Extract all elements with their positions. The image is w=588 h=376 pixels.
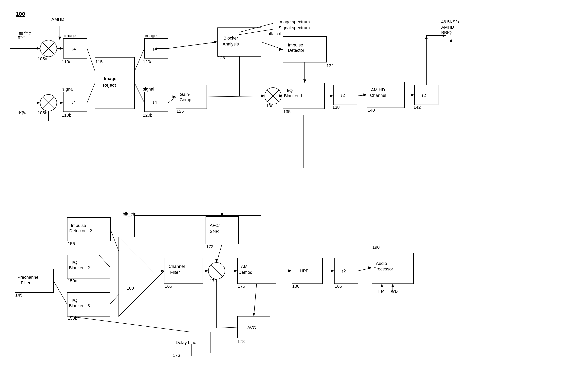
ref-150b: 150b: [68, 316, 77, 321]
svg-marker-83: [391, 284, 394, 287]
imp-det2-label1: Impulse: [71, 223, 86, 228]
svg-line-52: [110, 294, 119, 304]
svg-marker-47: [425, 36, 428, 39]
ds-110a-label: ↓4: [71, 46, 76, 52]
svg-line-23: [135, 83, 144, 103]
circuit-diagram: 100 AMHD e⁻*ⁱʷᴝ e 105a e⁻ʲʷᵗ 105b eˆjwt…: [0, 0, 588, 376]
bbiq-label3: BBIQ: [441, 30, 452, 35]
am-demod-label2: Demod: [238, 270, 252, 275]
am-hd-label2: Channel: [370, 93, 386, 98]
iq-blanker1-label2: Blanker-1: [284, 93, 302, 98]
svg-marker-65: [331, 270, 334, 272]
ref-170: 170: [210, 278, 217, 283]
merge-160: [119, 237, 158, 316]
exp-label-top: e⁻ʲʷᵗ: [18, 35, 27, 40]
image-label-120a: image: [145, 33, 157, 38]
svg-line-21: [87, 83, 95, 103]
image-spectrum-label: → Image spectrum: [273, 19, 310, 24]
svg-marker-55: [161, 270, 164, 272]
ref-180: 180: [292, 284, 299, 289]
imp-det-label1: Impulse: [288, 42, 303, 47]
ref-135: 135: [283, 109, 291, 114]
ds-142-label: ↓2: [421, 93, 426, 98]
ref-160: 160: [127, 286, 134, 291]
ref-175: 175: [238, 284, 245, 289]
ref-190: 190: [372, 245, 380, 250]
ref-128: 128: [218, 55, 225, 60]
delay-line-label: Delay Line: [176, 340, 196, 345]
ref-132: 132: [326, 63, 334, 68]
us-185-label: ↑2: [341, 269, 346, 273]
audio-proc-label1: Audio: [376, 261, 387, 266]
am-hd-label1: AM HD: [371, 87, 385, 92]
diagram-title: 100: [16, 11, 25, 17]
ref-140: 140: [368, 108, 375, 113]
ref-110a: 110a: [62, 59, 72, 64]
ref-115: 115: [95, 59, 103, 64]
gain-comp-label2: Comp: [180, 97, 191, 102]
svg-marker-41: [330, 94, 333, 97]
ref-120a: 120a: [143, 59, 153, 64]
ref-120b: 120b: [143, 113, 152, 118]
am-demod-label1: AM: [241, 264, 247, 269]
afc-snr-label1: AFC/: [210, 223, 220, 228]
blocker-label2: Analysis: [223, 42, 239, 46]
svg-marker-27: [172, 95, 176, 98]
image-reject-label2: Reject: [103, 83, 116, 88]
ref-155: 155: [68, 241, 75, 246]
svg-marker-81: [380, 284, 383, 287]
amhd-label: AMHD: [52, 17, 64, 22]
ref-176: 176: [173, 353, 180, 358]
image-reject-label1: Image: [104, 76, 117, 81]
ref-172: 172: [206, 244, 214, 249]
svg-line-96: [168, 42, 218, 48]
channel-filter-label1: Channel: [169, 264, 185, 269]
ref-185: 185: [335, 284, 342, 289]
ds-110b-label: ↓4: [71, 100, 76, 105]
ref-105b: 105b: [38, 110, 47, 115]
diagram-container: 100 AMHD e⁻*ⁱʷᴝ e 105a e⁻ʲʷᵗ 105b eˆjwt…: [0, 0, 588, 376]
blocker-label1: Blocker: [224, 36, 238, 41]
svg-line-26: [168, 97, 176, 103]
image-label-top: image: [64, 33, 76, 38]
us-185: [334, 258, 358, 284]
wb-label: WB: [391, 289, 398, 293]
iq-blanker2-label1: I/Q: [72, 260, 77, 265]
ref-138: 138: [332, 105, 340, 110]
svg-marker-43: [363, 94, 367, 96]
svg-marker-10: [58, 37, 61, 40]
svg-line-68: [254, 284, 257, 316]
ref-145: 145: [15, 292, 22, 298]
gain-comp-label1: Gain-: [180, 92, 190, 97]
svg-marker-67: [368, 266, 372, 269]
svg-marker-61: [215, 259, 218, 262]
bbiq-label2: AMHD: [441, 25, 454, 30]
bbiq-label1: 46.5KS/s: [441, 19, 459, 24]
ref-178: 178: [237, 339, 245, 344]
ds-142: [415, 85, 438, 105]
svg-marker-20: [60, 101, 63, 104]
gain-comp: [176, 85, 207, 109]
ds-138: [333, 85, 357, 105]
ds-138-label: ↓2: [340, 93, 345, 98]
channel-filter-label2: Filter: [170, 270, 180, 275]
ref-142: 142: [414, 105, 421, 110]
ds-120a-label: ↓4: [152, 46, 157, 52]
ref-110b: 110b: [62, 113, 71, 118]
prechannel-label1: Prechannel: [17, 275, 39, 280]
afc-snr-label2: SNR: [210, 229, 219, 234]
imp-det-label2: Detector: [288, 48, 304, 53]
signal-spectrum-label: → Signal spectrum: [273, 25, 310, 30]
ref-105a: 105a: [38, 56, 47, 61]
svg-marker-37: [303, 79, 306, 83]
signal-label-120b: signal: [143, 87, 154, 92]
svg-marker-45: [411, 94, 415, 96]
svg-line-50: [110, 229, 119, 251]
svg-marker-33: [279, 48, 283, 51]
signal-label-110b: signal: [62, 87, 74, 92]
svg-marker-57: [205, 270, 208, 272]
ref-165: 165: [165, 284, 172, 289]
imp-det2-label2: Detector - 2: [69, 228, 92, 233]
svg-line-15: [87, 48, 95, 71]
hpf-label: HPF: [300, 269, 309, 273]
